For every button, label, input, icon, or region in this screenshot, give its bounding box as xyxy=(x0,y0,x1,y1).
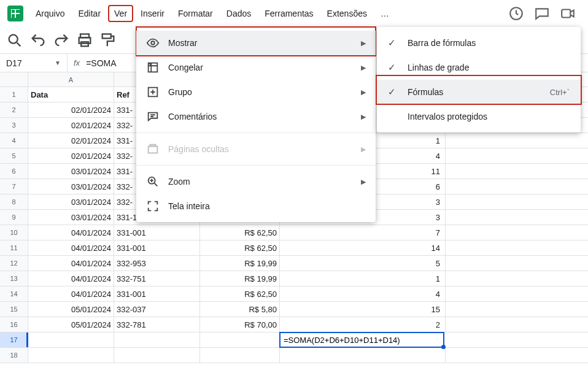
row-header[interactable]: 4 xyxy=(0,133,28,148)
menu-congelar[interactable]: Congelar ▶ xyxy=(136,55,376,80)
undo-icon[interactable] xyxy=(29,32,47,49)
print-icon[interactable] xyxy=(76,32,93,49)
row-header[interactable]: 6 xyxy=(0,164,28,179)
cell[interactable]: 02/01/2024 xyxy=(28,148,114,163)
cell[interactable]: 331-001 xyxy=(114,225,200,240)
cell[interactable]: Data xyxy=(28,87,114,102)
cell[interactable]: 05/01/2024 xyxy=(28,302,114,317)
row-header[interactable]: 2 xyxy=(0,102,28,117)
row-header[interactable]: 5 xyxy=(0,148,28,163)
cell[interactable]: 04/01/2024 xyxy=(28,225,114,240)
row-header[interactable]: 12 xyxy=(0,256,28,271)
submenu-intervalos-protegidos[interactable]: Intervalos protegidos xyxy=(377,104,581,129)
cell[interactable] xyxy=(28,348,114,363)
row-header[interactable]: 14 xyxy=(0,286,28,301)
meet-icon[interactable] xyxy=(560,6,576,21)
row-header[interactable]: 13 xyxy=(0,271,28,286)
cell[interactable]: R$ 62,50 xyxy=(200,286,280,301)
menu-ver[interactable]: Ver xyxy=(108,5,133,22)
check-icon: ✓ xyxy=(388,37,401,48)
cell[interactable]: 5 xyxy=(280,256,446,271)
cell[interactable]: 04/01/2024 xyxy=(28,286,114,301)
cell[interactable]: 03/01/2024 xyxy=(28,210,114,225)
paint-format-icon[interactable] xyxy=(99,32,117,49)
select-all-corner[interactable] xyxy=(0,72,28,86)
fill-handle[interactable] xyxy=(441,345,446,349)
cell[interactable]: 02/01/2024 xyxy=(28,133,114,148)
sheets-logo[interactable] xyxy=(7,6,23,21)
submenu-barra-formulas[interactable]: ✓ Barra de fórmulas xyxy=(377,31,581,55)
redo-icon[interactable] xyxy=(53,32,70,49)
cell[interactable]: R$ 5,80 xyxy=(200,302,280,317)
cell[interactable]: 331-001 xyxy=(114,240,200,255)
cell[interactable] xyxy=(200,332,280,347)
chevron-right-icon: ▶ xyxy=(361,88,366,96)
row-header[interactable]: 18 xyxy=(0,348,28,363)
cell[interactable]: 04/01/2024 xyxy=(28,256,114,271)
menu-inserir[interactable]: Inserir xyxy=(134,5,171,22)
cell[interactable]: 02/01/2024 xyxy=(28,102,114,117)
cell[interactable]: R$ 70,00 xyxy=(200,317,280,332)
cell[interactable]: 04/01/2024 xyxy=(28,271,114,286)
menu-mostrar[interactable]: Mostrar ▶ xyxy=(136,31,376,55)
name-box[interactable]: D17 ▼ xyxy=(0,54,68,72)
cell[interactable]: 04/01/2024 xyxy=(28,240,114,255)
row-header[interactable]: 11 xyxy=(0,240,28,255)
row-header[interactable]: 1 xyxy=(0,87,28,102)
cell[interactable]: 03/01/2024 xyxy=(28,194,114,209)
cell[interactable]: 03/01/2024 xyxy=(28,179,114,194)
cell[interactable] xyxy=(280,348,446,363)
cell[interactable]: 331-001 xyxy=(114,286,200,301)
formula-bar-text[interactable]: =SOMA xyxy=(86,58,116,68)
cell[interactable]: 2 xyxy=(280,317,446,332)
cell[interactable] xyxy=(114,332,200,347)
menu-extensoes[interactable]: Extensões xyxy=(321,5,373,22)
menu-zoom[interactable]: Zoom ▶ xyxy=(136,169,376,194)
cell[interactable]: 332-751 xyxy=(114,271,200,286)
cell[interactable]: 14 xyxy=(280,240,446,255)
cell[interactable]: R$ 19,99 xyxy=(200,256,280,271)
cell[interactable] xyxy=(114,348,200,363)
cell[interactable]: R$ 62,50 xyxy=(200,225,280,240)
cell[interactable]: R$ 62,50 xyxy=(200,240,280,255)
cell[interactable]: 05/01/2024 xyxy=(28,317,114,332)
zoom-icon xyxy=(146,175,160,188)
cell[interactable]: R$ 19,99 xyxy=(200,271,280,286)
row-header[interactable]: 16 xyxy=(0,317,28,332)
comment-icon[interactable] xyxy=(534,6,550,21)
cell[interactable] xyxy=(28,332,114,347)
cell[interactable]: 332-037 xyxy=(114,302,200,317)
menu-dados[interactable]: Dados xyxy=(220,5,257,22)
row-header[interactable]: 15 xyxy=(0,302,28,317)
row-header[interactable]: 9 xyxy=(0,210,28,225)
menu-editar[interactable]: Editar xyxy=(72,5,107,22)
row-header[interactable]: 10 xyxy=(0,225,28,240)
cell[interactable]: 332-781 xyxy=(114,317,200,332)
menu-formatar[interactable]: Formatar xyxy=(172,5,219,22)
submenu-formulas[interactable]: ✓ Fórmulas Ctrl+` xyxy=(377,80,581,104)
cell[interactable]: 15 xyxy=(280,302,446,317)
row-header[interactable]: 8 xyxy=(0,194,28,209)
active-cell-D17[interactable]: =SOMA(D2+D6+D10+D11+D14) xyxy=(279,332,444,348)
menu-arquivo[interactable]: Arquivo xyxy=(29,5,71,22)
cell[interactable]: 02/01/2024 xyxy=(28,118,114,133)
menu-grupo[interactable]: Grupo ▶ xyxy=(136,80,376,104)
submenu-linhas-grade[interactable]: ✓ Linhas de grade xyxy=(377,55,581,80)
row-header-active[interactable]: 17 xyxy=(0,332,28,347)
menu-ferramentas[interactable]: Ferramentas xyxy=(258,5,319,22)
cell[interactable]: 1 xyxy=(280,271,446,286)
menu-comentarios[interactable]: Comentários ▶ xyxy=(136,104,376,129)
col-header-A[interactable]: A xyxy=(28,72,114,86)
cell[interactable]: 7 xyxy=(280,225,446,240)
menu-tela-inteira[interactable]: Tela inteira xyxy=(136,194,376,218)
check-icon: ✓ xyxy=(388,62,401,73)
cell[interactable]: 03/01/2024 xyxy=(28,164,114,179)
search-icon[interactable] xyxy=(6,32,23,49)
menu-more[interactable]: … xyxy=(374,5,395,22)
row-header[interactable]: 7 xyxy=(0,179,28,194)
cell[interactable] xyxy=(200,348,280,363)
row-header[interactable]: 3 xyxy=(0,118,28,133)
history-icon[interactable] xyxy=(508,6,524,21)
cell[interactable]: 4 xyxy=(280,286,446,301)
cell[interactable]: 332-953 xyxy=(114,256,200,271)
